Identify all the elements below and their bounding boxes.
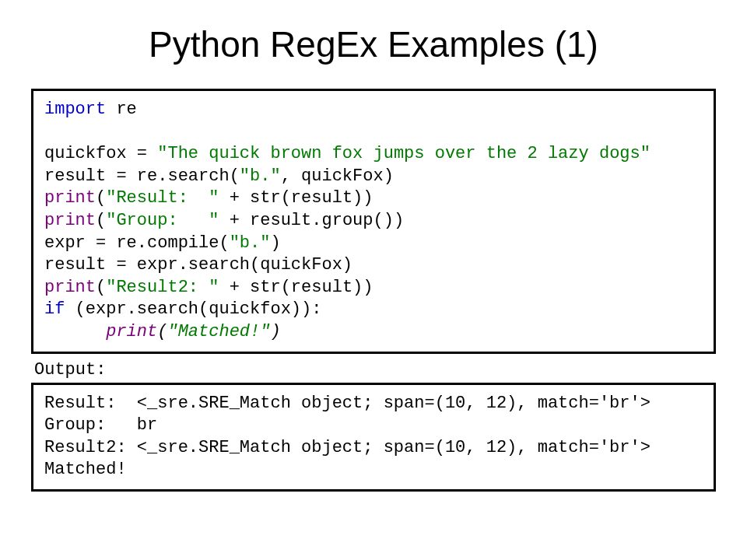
- keyword-print: print: [44, 278, 96, 297]
- code-text: , quickFox): [281, 166, 394, 186]
- output-line: Matched!: [44, 460, 127, 479]
- string-literal: "Result2: ": [106, 278, 219, 297]
- code-text: + result.group()): [219, 211, 404, 230]
- code-text: ): [270, 322, 280, 341]
- code-text: result = re.search(: [44, 166, 240, 186]
- keyword-print: print: [44, 211, 96, 230]
- code-text: ): [270, 233, 280, 253]
- string-literal: "b.": [230, 233, 271, 253]
- output-block: Result: <_sre.SRE_Match object; span=(10…: [31, 383, 716, 492]
- keyword-print: print: [106, 322, 157, 341]
- code-text: (: [96, 211, 106, 230]
- module-re: re: [106, 100, 137, 119]
- keyword-print: print: [44, 188, 96, 208]
- output-line: Result: <_sre.SRE_Match object; span=(10…: [44, 394, 651, 413]
- code-text: result = expr.search(quickFox): [44, 255, 352, 275]
- output-label: Output:: [34, 360, 716, 380]
- page-title: Python RegEx Examples (1): [31, 23, 716, 65]
- keyword-import: import: [44, 100, 106, 119]
- indent: [44, 322, 106, 341]
- code-text: expr = re.compile(: [44, 233, 230, 253]
- keyword-if: if: [44, 299, 65, 319]
- code-text: + str(result)): [219, 188, 373, 208]
- output-line: Group: br: [44, 415, 157, 435]
- code-text: (: [157, 322, 167, 341]
- string-literal: "Matched!": [167, 322, 270, 341]
- code-text: (expr.search(quickfox)):: [65, 299, 321, 319]
- code-text: (: [96, 278, 106, 297]
- string-literal: "Group: ": [106, 211, 219, 230]
- code-text: quickfox =: [44, 144, 157, 163]
- string-literal: "Result: ": [106, 188, 219, 208]
- code-text: + str(result)): [219, 278, 373, 297]
- code-block: import re quickfox = "The quick brown fo…: [31, 89, 716, 354]
- code-text: (: [96, 188, 106, 208]
- string-literal: "The quick brown fox jumps over the 2 la…: [157, 144, 651, 163]
- string-literal: "b.": [240, 166, 281, 186]
- output-line: Result2: <_sre.SRE_Match object; span=(1…: [44, 438, 651, 457]
